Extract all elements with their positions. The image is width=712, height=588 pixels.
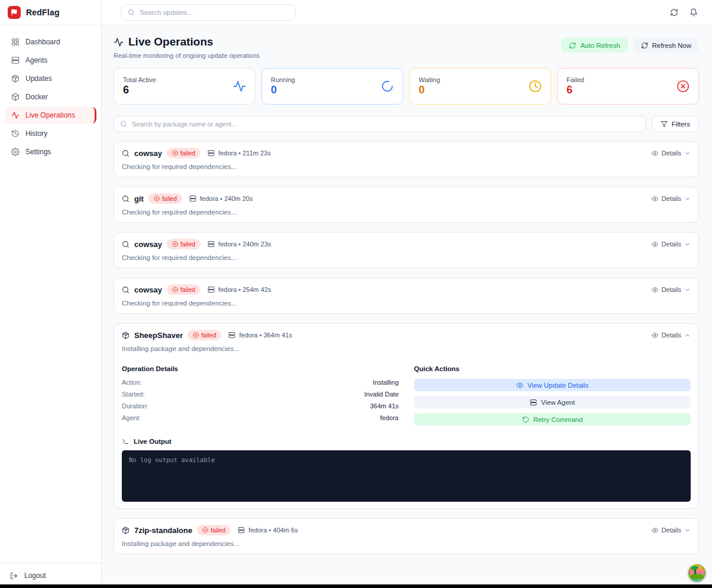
refresh-now-button[interactable]: Refresh Now bbox=[633, 38, 699, 53]
eye-icon bbox=[516, 382, 523, 389]
filter-icon bbox=[661, 121, 668, 128]
logout-icon bbox=[10, 572, 18, 580]
search-icon bbox=[128, 9, 135, 16]
server-icon bbox=[208, 150, 215, 157]
bell-icon[interactable] bbox=[690, 8, 698, 17]
eye-icon bbox=[652, 527, 658, 534]
operation-header: 7zip-standalonefailedfedora • 404m 6sDet… bbox=[122, 525, 691, 535]
stat-label: Total Active bbox=[123, 76, 156, 83]
palm-tree-icon bbox=[694, 568, 697, 574]
sidebar-nav: DashboardAgentsUpdatesDockerLive Operati… bbox=[0, 25, 101, 563]
box-icon bbox=[11, 93, 20, 101]
activity-icon bbox=[114, 37, 124, 47]
detail-row: Action:Installing bbox=[122, 379, 399, 386]
operation-message: Installing package and dependencies... bbox=[122, 540, 691, 547]
operation-meta: fedora • 364m 41s bbox=[228, 332, 292, 339]
header-actions: Auto Refresh Refresh Now bbox=[561, 38, 699, 53]
stat-label: Failed bbox=[567, 76, 584, 83]
search-icon bbox=[120, 121, 127, 128]
sidebar-item-dashboard[interactable]: Dashboard bbox=[5, 34, 96, 50]
chevron-down-icon bbox=[684, 287, 691, 293]
sidebar-item-settings[interactable]: Settings bbox=[5, 144, 96, 160]
terminal-icon bbox=[122, 438, 129, 445]
operation-header: cowsayfailedfedora • 240m 23sDetails bbox=[122, 239, 691, 249]
server-icon bbox=[11, 56, 20, 64]
global-search bbox=[121, 4, 296, 21]
stat-value: 0 bbox=[271, 84, 295, 97]
sidebar-item-label: Updates bbox=[25, 74, 52, 83]
detail-value: 364m 41s bbox=[370, 402, 399, 410]
details-button[interactable]: Details bbox=[652, 286, 691, 293]
island-widget-button[interactable] bbox=[688, 564, 705, 581]
loader-icon bbox=[381, 80, 394, 93]
search-icon bbox=[122, 195, 130, 203]
eye-icon bbox=[652, 196, 658, 202]
operation-details-panel: Operation DetailsAction:InstallingStarte… bbox=[122, 365, 399, 430]
detail-row: Agent:fedora bbox=[122, 414, 399, 421]
logout-button[interactable]: Logout bbox=[10, 571, 46, 580]
filters-button[interactable]: Filters bbox=[652, 116, 699, 132]
history-icon bbox=[11, 129, 20, 138]
brand: RedFlag bbox=[0, 0, 101, 25]
operation-message: Checking for required dependencies... bbox=[122, 163, 691, 170]
operation-name: 7zip-standalone bbox=[134, 526, 192, 535]
topbar bbox=[102, 0, 712, 25]
auto-refresh-button[interactable]: Auto Refresh bbox=[561, 38, 627, 53]
status-badge: failed bbox=[187, 330, 221, 340]
operation-name: SheepShaver bbox=[134, 331, 183, 340]
page-header: Live Operations Real-time monitoring of … bbox=[114, 35, 699, 59]
operation-meta: fedora • 211m 23s bbox=[208, 150, 271, 157]
detail-value: Invalid Date bbox=[364, 391, 399, 398]
detail-label: Agent: bbox=[122, 414, 141, 421]
sidebar-item-agents[interactable]: Agents bbox=[5, 52, 96, 69]
operation-message: Installing package and dependencies... bbox=[122, 345, 691, 352]
log-console[interactable]: No log output available bbox=[122, 450, 691, 502]
operation-name: git bbox=[134, 194, 144, 203]
sidebar-item-history[interactable]: History bbox=[5, 125, 96, 142]
detail-label: Action: bbox=[122, 379, 142, 386]
status-badge: failed bbox=[167, 148, 200, 158]
sidebar-item-live-operations[interactable]: Live Operations bbox=[5, 107, 96, 124]
detail-label: Duration: bbox=[122, 402, 148, 410]
grid-icon bbox=[11, 38, 20, 46]
refresh-icon[interactable] bbox=[670, 8, 678, 17]
stat-card-running: Running0 bbox=[261, 68, 403, 105]
chevron-down-icon bbox=[684, 196, 691, 202]
sidebar-item-label: Settings bbox=[25, 148, 51, 156]
operation-header: cowsayfailedfedora • 211m 23sDetails bbox=[122, 148, 691, 158]
operation-meta: fedora • 240m 23s bbox=[208, 241, 271, 248]
details-button[interactable]: Details bbox=[652, 332, 691, 339]
view-update-details-button[interactable]: View Update Details bbox=[414, 379, 691, 391]
details-button[interactable]: Details bbox=[652, 241, 691, 248]
sidebar-item-docker[interactable]: Docker bbox=[5, 89, 96, 105]
retry-command-button[interactable]: Retry Command bbox=[414, 413, 691, 425]
operation-card-cowsay: cowsayfailedfedora • 240m 23sDetailsChec… bbox=[114, 232, 699, 268]
details-button[interactable]: Details bbox=[652, 195, 691, 202]
view-agent-button[interactable]: View Agent bbox=[414, 396, 691, 408]
package-icon bbox=[122, 332, 130, 339]
stat-value: 6 bbox=[123, 84, 156, 97]
details-button[interactable]: Details bbox=[652, 527, 691, 534]
eye-icon bbox=[652, 241, 658, 248]
operation-message: Checking for required dependencies... bbox=[122, 254, 691, 261]
server-icon bbox=[228, 332, 235, 339]
operation-details-title: Operation Details bbox=[122, 365, 399, 372]
filter-row: Filters bbox=[114, 116, 699, 132]
page-title: Live Operations bbox=[114, 35, 260, 48]
rotate-ccw-icon bbox=[522, 416, 529, 423]
details-button[interactable]: Details bbox=[652, 150, 691, 157]
gear-icon bbox=[11, 148, 20, 156]
detail-value: Installing bbox=[373, 379, 399, 386]
global-search-input[interactable] bbox=[140, 9, 289, 16]
quick-actions-panel: Quick ActionsView Update DetailsView Age… bbox=[414, 365, 691, 430]
bottom-bar bbox=[0, 584, 712, 588]
sidebar-item-label: History bbox=[25, 129, 47, 138]
brand-name: RedFlag bbox=[26, 8, 60, 17]
stat-card-total-active: Total Active6 bbox=[114, 68, 255, 105]
sidebar-item-updates[interactable]: Updates bbox=[5, 70, 96, 87]
operations-search-input[interactable] bbox=[132, 121, 639, 128]
operations-list: cowsayfailedfedora • 211m 23sDetailsChec… bbox=[114, 141, 699, 554]
stat-card-failed: Failed6 bbox=[557, 68, 699, 105]
stat-card-waiting: Waiting0 bbox=[409, 68, 551, 105]
server-icon bbox=[530, 399, 537, 406]
